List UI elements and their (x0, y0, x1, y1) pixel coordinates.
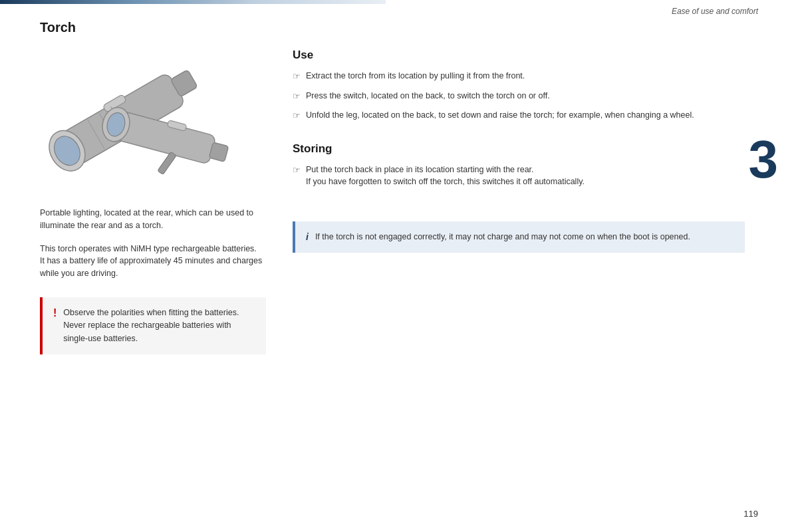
svg-rect-11 (209, 142, 228, 162)
page-number: 119 (743, 509, 758, 519)
use-item-2: Press the switch, located on the back, t… (306, 90, 550, 102)
storing-item-1: Put the torch back in place in its locat… (306, 164, 585, 189)
info-box: i If the torch is not engaged correctly,… (293, 221, 745, 253)
storing-bullet-list: ☞ Put the torch back in place in its loc… (293, 164, 745, 196)
use-bullet-list: ☞ Extract the torch from its location by… (293, 70, 745, 129)
top-gradient-bar (0, 0, 386, 4)
bullet-arrow-4: ☞ (293, 164, 301, 177)
list-item: ☞ Unfold the leg, located on the back, t… (293, 109, 745, 122)
page-title: Torch (40, 20, 745, 35)
left-description-1: Portable lighting, located at the rear, … (40, 207, 266, 232)
bullet-arrow-1: ☞ (293, 70, 301, 83)
list-item: ☞ Put the torch back in place in its loc… (293, 164, 745, 189)
left-description-2: This torch operates with NiMH type recha… (40, 243, 266, 280)
category-text: Ease of use and comfort (672, 7, 758, 16)
info-text: If the torch is not engaged correctly, i… (315, 231, 690, 243)
chapter-number: 3 (749, 133, 779, 186)
bullet-arrow-3: ☞ (293, 109, 301, 122)
warning-text: Observe the polarities when fitting the … (63, 307, 257, 345)
use-heading: Use (293, 49, 745, 62)
list-item: ☞ Press the switch, located on the back,… (293, 90, 745, 103)
list-item: ☞ Extract the torch from its location by… (293, 70, 745, 83)
use-item-3: Unfold the leg, located on the back, to … (306, 109, 694, 122)
torch-illustration (40, 49, 253, 195)
warning-icon: ! (53, 307, 57, 319)
info-icon: i (306, 231, 309, 242)
two-column-layout: Portable lighting, located at the rear, … (40, 49, 745, 505)
right-column: Use ☞ Extract the torch from its locatio… (293, 49, 745, 505)
left-column: Portable lighting, located at the rear, … (40, 49, 266, 505)
main-content: Torch (40, 20, 745, 505)
svg-rect-12 (158, 152, 176, 174)
warning-box: ! Observe the polarities when fitting th… (40, 297, 266, 354)
storing-heading: Storing (293, 142, 745, 156)
category-header: Ease of use and comfort (672, 7, 758, 16)
bullet-arrow-2: ☞ (293, 90, 301, 103)
use-item-1: Extract the torch from its location by p… (306, 70, 525, 82)
